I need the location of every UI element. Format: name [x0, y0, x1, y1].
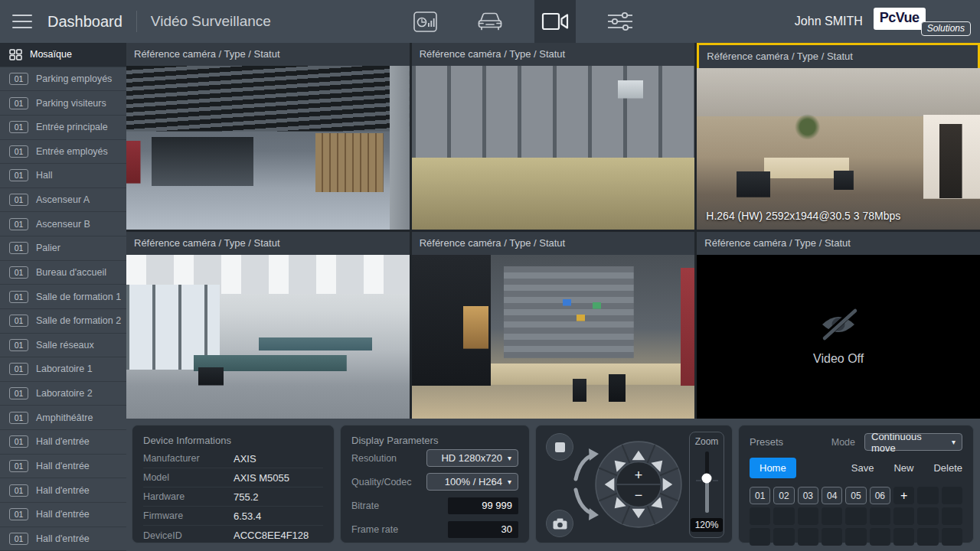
preset-slot-empty [750, 528, 770, 546]
preset-slot-empty [870, 507, 890, 525]
camera-tile-laboratory[interactable]: Référence caméra / Type / Statut [412, 232, 695, 419]
sidebar-item-label: Salle de formation 1 [36, 292, 121, 302]
display-param-row: Resolution HD 980x551 [351, 446, 518, 470]
camera-video-feed[interactable] [412, 255, 695, 419]
camera-tile-elevator[interactable]: Référence caméra / Type / Statut [412, 43, 695, 230]
camera-video-feed[interactable]: Video Off [697, 255, 980, 419]
sidebar-item-hall-dentree-1[interactable]: 01 Hall d'entrée [0, 430, 126, 455]
sidebar-item-salle-reseaux[interactable]: 01 Salle réseaux [0, 334, 126, 358]
sidebar-item-parking-employes[interactable]: 01 Parking employés [0, 67, 126, 92]
sidebar-item-hall-dentree-3[interactable]: 01 Hall d'entrée [0, 478, 126, 503]
camera-count-badge: 01 [9, 435, 28, 448]
ptz-control-panel: + − Zoom 120% [535, 425, 733, 543]
title-divider [136, 11, 137, 32]
bottom-control-bar: Device Informations Manufacturer AXIS Mo… [126, 419, 980, 551]
preset-slot-04[interactable]: 04 [822, 487, 842, 504]
frame-rate-input[interactable]: 30 [448, 521, 518, 538]
stream-info-overlay: H.264 (HW) 2592x1944@30.5 3 78Mbps [706, 210, 900, 222]
sidebar-item-mosaique[interactable]: Mosaïque [0, 43, 126, 67]
add-preset-button[interactable]: + [893, 487, 914, 504]
video-surveillance-icon[interactable] [534, 0, 576, 43]
mosaic-grid-icon [9, 49, 22, 60]
sidebar-item-laboratoire-1[interactable]: 01 Laboratoire 1 [0, 357, 126, 382]
preset-slot-02[interactable]: 02 [773, 487, 794, 504]
stop-icon [555, 442, 565, 452]
panel-title: Presets [750, 436, 783, 448]
sidebar-item-palier[interactable]: 01 Palier [0, 236, 126, 261]
device-info-label: Hardware [143, 491, 234, 502]
sidebar-item-amphitheatre[interactable]: 01 Amphithéâtre [0, 406, 126, 430]
delete-button[interactable]: Delete [933, 462, 962, 474]
preset-slot-03[interactable]: 03 [798, 487, 818, 504]
stop-button[interactable] [546, 433, 573, 461]
new-button[interactable]: New [893, 462, 913, 474]
camera-video-feed[interactable] [126, 255, 410, 419]
preset-slot-05[interactable]: 05 [845, 487, 866, 504]
camera-icon [553, 518, 567, 530]
bitrate-input[interactable]: 99 999 [448, 497, 518, 514]
sidebar-item-hall[interactable]: 01 Hall [0, 164, 126, 188]
sidebar-item-hall-dentree-5[interactable]: 01 Hall d'entrée [0, 527, 126, 551]
resolution-dropdown[interactable]: HD 980x551 [426, 449, 518, 467]
vehicle-icon[interactable] [469, 0, 511, 43]
zoom-slider-thumb[interactable] [702, 474, 712, 484]
camera-tile-header: Référence caméra / Type / Statut [126, 232, 410, 255]
sidebar-item-bureau-daccueil[interactable]: 01 Bureau d'accueil [0, 261, 126, 285]
camera-tile-parking-garage[interactable]: Référence caméra / Type / Statut [126, 43, 410, 230]
zoom-out-button[interactable]: − [635, 487, 642, 503]
save-button[interactable]: Save [851, 462, 874, 474]
camera-video-feed[interactable] [412, 66, 695, 230]
display-param-row: Quality/Codec 100% / H264 [351, 470, 518, 494]
top-nav-icons [404, 0, 665, 43]
sidebar-item-label: Ascenseur A [36, 194, 90, 205]
home-preset-button[interactable]: Home [750, 458, 796, 478]
camera-video-feed[interactable]: H.264 (HW) 2592x1944@30.5 3 78Mbps [697, 68, 980, 230]
device-informations-panel: Device Informations Manufacturer AXIS Mo… [132, 425, 335, 543]
camera-count-badge: 01 [9, 460, 28, 472]
camera-count-badge: 01 [9, 194, 28, 206]
menu-hamburger-icon[interactable] [12, 15, 32, 28]
settings-sliders-icon[interactable] [599, 0, 641, 43]
sidebar-item-ascenseur-b[interactable]: 01 Ascenseur B [0, 212, 126, 236]
preset-slot-06[interactable]: 06 [870, 487, 890, 504]
sidebar-item-entree-employes[interactable]: 01 Entrée employés [0, 140, 126, 165]
preset-slot-empty [750, 507, 770, 525]
camera-count-badge: 01 [9, 508, 28, 520]
preset-slot-empty [893, 507, 914, 525]
snapshot-button[interactable] [546, 510, 573, 537]
sidebar-item-entree-principale[interactable]: 01 Entrée principale [0, 116, 126, 140]
sidebar-item-salle-de-formation-1[interactable]: 01 Salle de formation 1 [0, 285, 126, 309]
camera-tile-training-room[interactable]: Référence caméra / Type / Statut [126, 232, 410, 419]
sidebar-item-laboratoire-2[interactable]: 01 Laboratoire 2 [0, 382, 126, 406]
preset-slot-01[interactable]: 01 [750, 487, 770, 504]
sidebar-item-label: Ascenseur B [36, 219, 90, 230]
sidebar-item-label: Bureau d'accueil [36, 267, 106, 278]
device-info-value: AXIS [234, 453, 256, 465]
preset-slot-empty [845, 507, 866, 525]
history-report-icon[interactable] [404, 0, 446, 43]
sidebar-item-hall-dentree-2[interactable]: 01 Hall d'entrée [0, 455, 126, 479]
zoom-slider-track[interactable] [705, 452, 709, 513]
sidebar-item-salle-de-formation-2[interactable]: 01 Salle de formation 2 [0, 309, 126, 334]
camera-tile-video-off[interactable]: Référence caméra / Type / Statut Video O… [697, 232, 980, 419]
video-frame [126, 66, 410, 230]
preset-slot-empty [773, 507, 794, 525]
device-info-label: Firmware [143, 510, 234, 521]
ptz-directional-pad[interactable]: + − [594, 440, 683, 529]
logo-secondary: Solutions [921, 21, 971, 36]
sidebar-item-hall-dentree-4[interactable]: 01 Hall d'entrée [0, 503, 126, 527]
mode-dropdown[interactable]: Continuous move [864, 433, 962, 451]
sidebar-item-parking-visiteurs[interactable]: 01 Parking visiteurs [0, 91, 126, 116]
sidebar-item-label: Entrée principale [36, 122, 108, 132]
zoom-in-button[interactable]: + [635, 468, 642, 483]
sidebar-item-ascenseur-a[interactable]: 01 Ascenseur A [0, 188, 126, 213]
panel-title: Display Parameters [351, 435, 518, 446]
camera-tile-office-reception-selected[interactable]: Référence caméra / Type / Statut H.264 (… [697, 43, 980, 230]
video-frame [412, 255, 695, 419]
camera-count-badge: 01 [9, 291, 28, 303]
preset-slot-empty [893, 528, 914, 546]
camera-video-feed[interactable] [126, 66, 410, 230]
preset-slot-empty [822, 507, 842, 525]
quality-codec-dropdown[interactable]: 100% / H264 [426, 473, 518, 491]
sidebar-item-label: Parking visiteurs [36, 98, 106, 109]
